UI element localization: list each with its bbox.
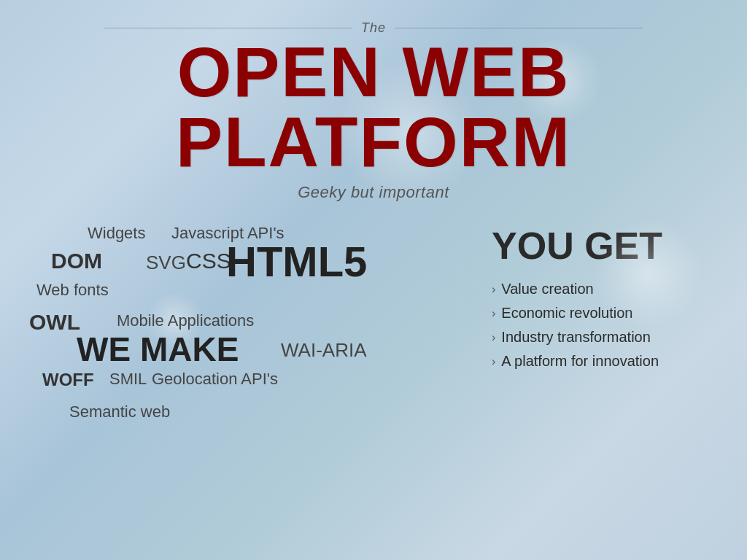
list-item-text: A platform for innovation: [501, 353, 659, 370]
subtitle: Geeky but important: [0, 183, 747, 202]
list-item-text: Economic revolution: [501, 305, 632, 322]
word-cloud: Widgets Javascript API's DOM SVG CSS HTM…: [29, 224, 462, 435]
word-css: CSS: [186, 249, 231, 273]
word-wai-aria: WAI-ARIA: [281, 339, 366, 362]
list-item-text: Value creation: [501, 281, 593, 298]
list-item: › Industry transformation: [492, 329, 725, 346]
word-geolocation: Geolocation API's: [152, 370, 278, 389]
word-owl: OWL: [29, 310, 80, 335]
line-left: [104, 28, 352, 28]
bullet-icon: ›: [492, 307, 495, 320]
list-item: › Economic revolution: [492, 305, 725, 322]
word-cloud-panel: Widgets Javascript API's DOM SVG CSS HTM…: [29, 224, 462, 435]
list-item: › A platform for innovation: [492, 353, 725, 370]
word-html5: HTML5: [226, 237, 367, 286]
word-widgets: Widgets: [88, 224, 145, 243]
header-section: The OPEN WEB PLATFORM Geeky but importan…: [0, 0, 747, 202]
you-get-title: YOU GET: [492, 224, 725, 268]
word-web-fonts: Web fonts: [36, 281, 109, 300]
word-svg: SVG: [146, 252, 186, 274]
word-mobile-apps: Mobile Applications: [117, 311, 254, 330]
bullet-icon: ›: [492, 355, 495, 368]
you-get-panel: YOU GET › Value creation › Economic revo…: [477, 224, 725, 435]
word-woff: WOFF: [42, 370, 94, 390]
list-item: › Value creation: [492, 281, 725, 298]
main-title: OPEN WEB PLATFORM: [0, 37, 747, 177]
line-right: [395, 28, 643, 28]
word-smil: SMIL: [109, 370, 147, 389]
word-dom: DOM: [51, 249, 102, 273]
word-we-make: WE MAKE: [77, 330, 239, 369]
content-section: Widgets Javascript API's DOM SVG CSS HTM…: [0, 224, 747, 435]
bullet-icon: ›: [492, 283, 495, 296]
word-semantic-web: Semantic web: [69, 402, 170, 421]
list-item-text: Industry transformation: [501, 329, 651, 346]
you-get-list: › Value creation › Economic revolution ›…: [492, 281, 725, 370]
bullet-icon: ›: [492, 331, 495, 344]
